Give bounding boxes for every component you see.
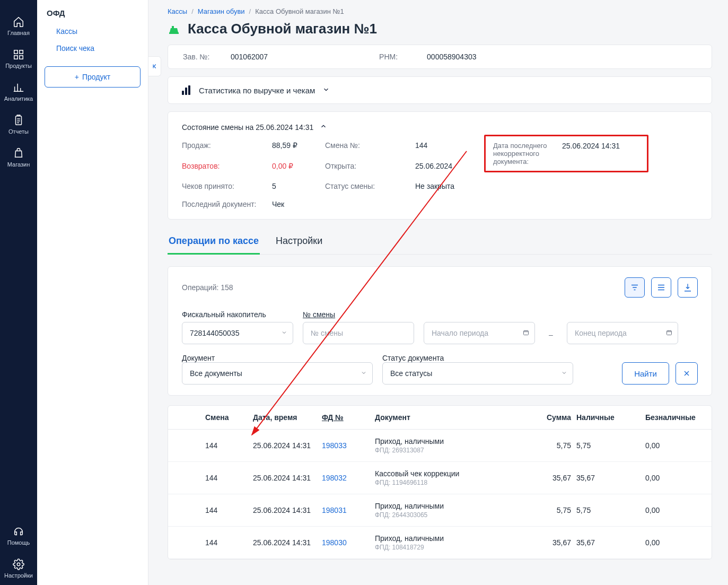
svg-point-5 <box>17 563 20 566</box>
rnm-label: РНМ: <box>379 53 411 61</box>
clear-filters-button[interactable] <box>676 362 698 385</box>
row-doc: Приход, наличнымиФПД: 108418729 <box>375 534 507 551</box>
th-fd[interactable]: ФД № <box>322 413 370 422</box>
checks-value: 5 <box>272 182 325 190</box>
shiftno-label: Смена №: <box>325 141 415 150</box>
th-cash: Наличные <box>576 413 640 422</box>
breadcrumb-link[interactable]: Кассы <box>168 7 187 15</box>
tab-operations[interactable]: Операции по кассе <box>168 230 260 254</box>
th-shift: Смена <box>205 413 248 422</box>
nav-label: Аналитика <box>4 95 33 102</box>
row-fd-link[interactable]: 198033 <box>322 441 370 450</box>
nav-reports[interactable]: Отчеты <box>0 108 37 141</box>
status-label: Статус смены: <box>325 182 415 190</box>
sales-value: 88,59 ₽ <box>272 141 325 150</box>
table-row[interactable]: 14425.06.2024 14:31198031Приход, наличны… <box>168 494 712 527</box>
period-dash: – <box>545 330 557 344</box>
bar-chart-icon <box>182 85 191 95</box>
nav-help[interactable]: Помощь <box>0 519 37 552</box>
shift-placeholder: № смены <box>311 329 343 337</box>
zav-value: 001062007 <box>231 53 268 61</box>
ids-card: Зав. №:001062007 РНМ:000058904303 <box>168 45 712 69</box>
period-end-input[interactable]: Конец периода <box>567 322 678 344</box>
opened-value: 25.06.2024 <box>415 162 484 170</box>
row-shift: 144 <box>205 538 248 547</box>
clipboard-icon <box>13 115 24 126</box>
row-dt: 25.06.2024 14:31 <box>253 506 317 514</box>
table-row[interactable]: 14425.06.2024 14:31198030Приход, наличны… <box>168 527 712 559</box>
row-sum: 35,67 <box>513 538 571 547</box>
row-cash: 5,75 <box>576 441 640 450</box>
add-product-button[interactable]: + Продукт <box>45 66 141 88</box>
ops-count: Операций: 158 <box>182 283 233 292</box>
chevron-down-icon <box>322 86 330 95</box>
stats-toggle[interactable]: Статистика по выручке и чекам <box>168 77 712 103</box>
row-dt: 25.06.2024 14:31 <box>253 474 317 482</box>
grid-icon <box>13 49 24 60</box>
row-doc: Кассовый чек коррекцииФПД: 1194696118 <box>375 469 507 486</box>
sidebar-link-kassy[interactable]: Кассы <box>45 23 141 40</box>
doc-value: Все документы <box>190 369 242 378</box>
fn-select[interactable]: 728144050035 <box>182 322 293 344</box>
sales-label: Продаж: <box>182 141 272 150</box>
nav-label: Продукты <box>5 63 32 69</box>
filter-button[interactable] <box>625 277 645 298</box>
row-fpd: ФПД: 269313087 <box>375 447 507 454</box>
search-button[interactable]: Найти <box>622 362 669 385</box>
svg-rect-1 <box>20 50 23 54</box>
returns-value: 0,00 ₽ <box>272 162 325 170</box>
add-button-label: Продукт <box>82 73 110 81</box>
calendar-icon <box>523 329 529 337</box>
page-title-text: Касса Обувной магазин №1 <box>188 21 377 37</box>
sidebar-link-search[interactable]: Поиск чека <box>45 40 141 57</box>
period-end-text: Конец периода <box>575 329 627 337</box>
row-cash: 35,67 <box>576 474 640 482</box>
nav-shop[interactable]: Магазин <box>0 141 37 174</box>
fn-label: Фискальный накопитель <box>182 310 293 319</box>
row-fd-link[interactable]: 198031 <box>322 506 370 514</box>
breadcrumb-link[interactable]: Магазин обуви <box>198 7 245 15</box>
row-fd-link[interactable]: 198032 <box>322 474 370 482</box>
stats-title: Статистика по выручке и чекам <box>199 86 315 95</box>
page-title: Касса Обувной магазин №1 <box>168 21 712 37</box>
nav-settings[interactable]: Настройки <box>0 552 37 585</box>
svg-rect-2 <box>14 56 17 59</box>
shiftno-value: 144 <box>415 141 484 150</box>
table-row[interactable]: 14425.06.2024 14:31198033Приход, наличны… <box>168 430 712 462</box>
th-dt: Дата, время <box>253 413 317 422</box>
returns-label: Возвратов: <box>182 162 272 170</box>
row-doc: Приход, наличнымиФПД: 269313087 <box>375 437 507 454</box>
table-row[interactable]: 14425.06.2024 14:31198032Кассовый чек ко… <box>168 462 712 494</box>
row-noncash: 0,00 <box>645 506 720 514</box>
list-view-button[interactable] <box>651 277 671 298</box>
caret-down-icon <box>361 369 367 378</box>
caret-down-icon <box>561 369 567 378</box>
svg-rect-6 <box>524 331 529 335</box>
tabs: Операции по кассе Настройки <box>168 230 712 255</box>
th-noncash: Безналичные <box>645 413 720 422</box>
svg-rect-0 <box>14 50 17 54</box>
row-cash: 35,67 <box>576 538 640 547</box>
row-sum: 5,75 <box>513 506 571 514</box>
doc-select[interactable]: Все документы <box>182 362 373 385</box>
period-spacer2 <box>567 310 678 319</box>
period-start-input[interactable]: Начало периода <box>424 322 535 344</box>
shift-input[interactable]: № смены <box>303 322 414 344</box>
filter-icon <box>630 283 639 292</box>
shift-state-card: Состояние смены на 25.06.2024 14:31 Прод… <box>168 111 712 220</box>
nav-home[interactable]: Главная <box>0 10 37 42</box>
status-select[interactable]: Все статусы <box>382 362 573 385</box>
row-noncash: 0,00 <box>645 538 720 547</box>
bag-icon <box>13 147 24 159</box>
rnm-value: 000058904303 <box>427 53 476 61</box>
nav-rail: Главная Продукты Аналитика Отчеты Магази… <box>0 0 37 585</box>
row-noncash: 0,00 <box>645 474 720 482</box>
highlight-last-bad-doc: Дата последнего некорректного документа:… <box>484 135 648 172</box>
lastbad-value: 25.06.2024 14:31 <box>562 142 620 150</box>
tab-settings[interactable]: Настройки <box>275 230 323 254</box>
download-button[interactable] <box>678 277 698 298</box>
nav-analytics[interactable]: Аналитика <box>0 75 37 108</box>
row-fd-link[interactable]: 198030 <box>322 538 370 547</box>
sidebar-title: ОФД <box>47 8 141 18</box>
nav-products[interactable]: Продукты <box>0 42 37 75</box>
